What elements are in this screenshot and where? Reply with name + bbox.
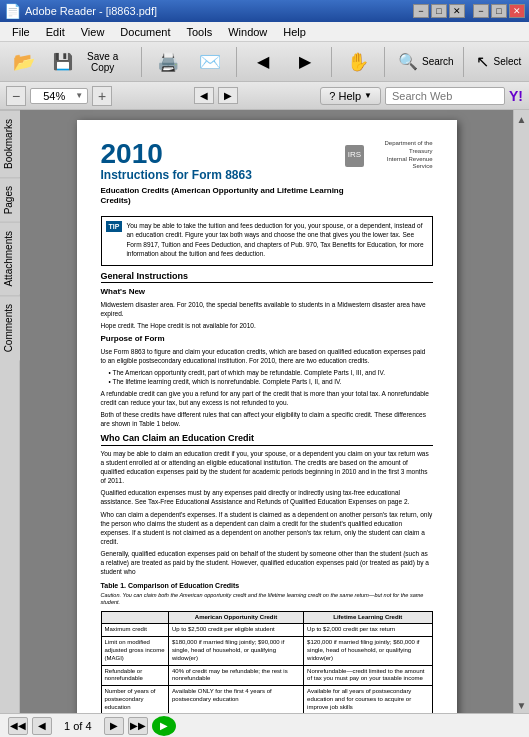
purpose-title: Purpose of Form <box>101 334 433 344</box>
doc-restore-button[interactable]: □ <box>431 4 447 18</box>
doc-close-button[interactable]: ✕ <box>449 4 465 18</box>
zoom-input[interactable] <box>35 90 73 102</box>
menu-view[interactable]: View <box>73 24 113 40</box>
doc-minimize-button[interactable]: − <box>413 4 429 18</box>
purpose-bullet2: • The lifetime learning credit, which is… <box>109 377 433 386</box>
pdf-year: 2010 <box>101 140 345 168</box>
back-button[interactable]: ◀ <box>243 48 283 75</box>
scroll-down-arrow[interactable]: ▼ <box>515 698 529 713</box>
help-label: Help <box>338 90 361 102</box>
table-cell-3-0: Number of years of postsecondary educati… <box>101 686 168 713</box>
menu-edit[interactable]: Edit <box>38 24 73 40</box>
zoom-toolbar: − ▼ + ◀ ▶ ? Help ▼ Y! <box>0 82 529 110</box>
email-button[interactable]: ✉️ <box>190 47 230 77</box>
purpose-both: Both of these credits have different rul… <box>101 410 433 428</box>
table-cell-3-2: Available for all years of postsecondary… <box>304 686 432 713</box>
print-icon: 🖨️ <box>157 51 179 73</box>
select-icon: ↖ <box>476 52 489 71</box>
search-button[interactable]: 🔍 Search <box>391 48 457 75</box>
toolbar-divider-3 <box>331 47 332 77</box>
bottom-navigation: ◀◀ ◀ 1 of 4 ▶ ▶▶ ▶ <box>0 713 529 737</box>
back-icon: ◀ <box>257 52 269 71</box>
yahoo-icon: Y! <box>509 88 523 104</box>
print-button[interactable]: 🖨️ <box>148 47 188 77</box>
hand-icon: ✋ <box>347 51 369 73</box>
right-sidebar: ▲ ▼ <box>513 110 529 713</box>
play-button[interactable]: ▶ <box>152 716 176 736</box>
menu-document[interactable]: Document <box>112 24 178 40</box>
claim-credit-body4: Generally, qualified education expenses … <box>101 549 433 576</box>
adobe-reader-icon: 📄 <box>4 3 21 19</box>
help-icon: ? <box>329 90 335 102</box>
hand-tool-button[interactable]: ✋ <box>338 47 378 77</box>
nav-last-button[interactable]: ▶▶ <box>128 717 148 735</box>
nav-next-button[interactable]: ▶ <box>104 717 124 735</box>
table-header-2: Lifetime Learning Credit <box>304 611 432 624</box>
document-area: 2010 Instructions for Form 8863 Educatio… <box>20 110 513 713</box>
table-cell-1-2: $120,000 if married filing jointly; $60,… <box>304 637 432 665</box>
tip-box: TIP You may be able to take the tuition … <box>101 216 433 265</box>
search-icon: 🔍 <box>398 52 418 71</box>
menu-tools[interactable]: Tools <box>179 24 221 40</box>
save-copy-button[interactable]: 💾 Save a Copy <box>46 47 135 77</box>
whats-new-title: What's New <box>101 287 433 297</box>
zoom-out-button[interactable]: − <box>6 86 26 106</box>
app-minimize-button[interactable]: − <box>473 4 489 18</box>
scroll-up-arrow[interactable]: ▲ <box>515 112 529 127</box>
claim-credit-body3: Who can claim a dependent's expenses. If… <box>101 510 433 546</box>
app-restore-button[interactable]: □ <box>491 4 507 18</box>
hope-credit: Hope credit. The Hope credit is not avai… <box>101 321 433 330</box>
table1-note: Caution. You can claim both the American… <box>101 592 433 606</box>
nav-prev-button[interactable]: ◀ <box>32 717 52 735</box>
zoom-dropdown-icon: ▼ <box>75 91 83 100</box>
toolbar-divider-2 <box>236 47 237 77</box>
table-cell-0-0: Maximum credit <box>101 624 168 637</box>
nav-left-button[interactable]: ◀ <box>194 87 214 104</box>
claim-credit-title: Who Can Claim an Education Credit <box>101 433 433 446</box>
search-web-input[interactable] <box>385 87 505 105</box>
total-pages: 4 <box>85 720 91 732</box>
titlebar: 📄 Adobe Reader - [i8863.pdf] − □ ✕ − □ ✕ <box>0 0 529 22</box>
forward-button[interactable]: ▶ <box>285 48 325 75</box>
tip-label: TIP <box>106 221 123 232</box>
pdf-page: 2010 Instructions for Form 8863 Educatio… <box>77 120 457 713</box>
help-dropdown-icon: ▼ <box>364 91 372 100</box>
sidebar-tab-comments[interactable]: Comments <box>0 295 20 360</box>
table-header-0 <box>101 611 168 624</box>
purpose-bullet1: • The American opportunity credit, part … <box>109 368 433 377</box>
nav-first-button[interactable]: ◀◀ <box>8 717 28 735</box>
general-instructions-title: General Instructions <box>101 271 433 284</box>
main-area: Bookmarks Pages Attachments Comments 201… <box>0 110 529 713</box>
tip-text: You may be able to take the tuition and … <box>126 221 427 257</box>
open-button[interactable]: 📂 <box>4 47 44 77</box>
sidebar-tab-pages[interactable]: Pages <box>0 177 20 222</box>
claim-credit-body1: You may be able to claim an education cr… <box>101 449 433 485</box>
save-icon: 💾 <box>53 52 73 71</box>
email-icon: ✉️ <box>199 51 221 73</box>
irs-name: Internal Revenue Service <box>368 156 432 172</box>
toolbar-divider-5 <box>463 47 464 77</box>
menu-help[interactable]: Help <box>275 24 314 40</box>
help-button[interactable]: ? Help ▼ <box>320 87 381 105</box>
comparison-table: American Opportunity Credit Lifetime Lea… <box>101 611 433 713</box>
zoom-in-button[interactable]: + <box>92 86 112 106</box>
toolbar-divider-1 <box>141 47 142 77</box>
pdf-subtitle: Education Credits (American Opportunity … <box>101 186 345 207</box>
forward-icon: ▶ <box>299 52 311 71</box>
sidebar-tab-bookmarks[interactable]: Bookmarks <box>0 110 20 177</box>
page-of-label: of <box>73 720 82 732</box>
pdf-header: 2010 Instructions for Form 8863 Educatio… <box>101 140 433 212</box>
nav-right-button[interactable]: ▶ <box>218 87 238 104</box>
save-copy-label: Save a Copy <box>77 51 128 73</box>
app-close-button[interactable]: ✕ <box>509 4 525 18</box>
purpose-refund: A refundable credit can give you a refun… <box>101 389 433 407</box>
table1-title: Table 1. Comparison of Education Credits <box>101 581 433 590</box>
menu-file[interactable]: File <box>4 24 38 40</box>
table-cell-0-2: Up to $2,000 credit per tax return <box>304 624 432 637</box>
sidebar-tab-attachments[interactable]: Attachments <box>0 222 20 295</box>
menu-window[interactable]: Window <box>220 24 275 40</box>
select-button[interactable]: ↖ Select <box>469 48 525 75</box>
select-label: Select <box>493 56 521 67</box>
page-indicator: 1 of 4 <box>56 720 100 732</box>
table-cell-2-2: Nonrefundable—credit limited to the amou… <box>304 665 432 686</box>
